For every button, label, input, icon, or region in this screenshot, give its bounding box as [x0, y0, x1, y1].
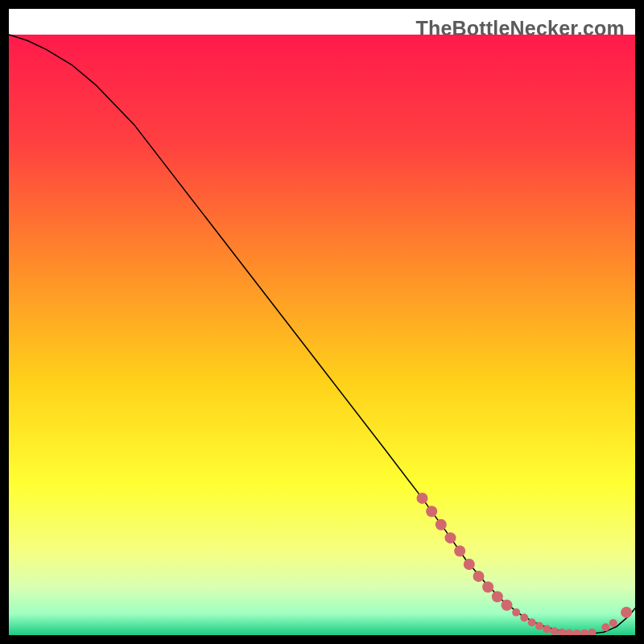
marker-point — [601, 623, 609, 631]
marker-point — [426, 506, 437, 517]
marker-point — [444, 532, 456, 543]
gradient-background — [9, 35, 635, 635]
marker-point — [520, 613, 528, 621]
marker-point — [482, 581, 493, 592]
marker-point — [464, 559, 475, 570]
marker-point — [609, 619, 617, 627]
marker-point — [512, 609, 520, 617]
bottleneck-chart — [9, 9, 635, 635]
marker-point — [454, 546, 465, 557]
marker-point — [621, 607, 632, 618]
marker-point — [551, 627, 559, 635]
marker-point — [502, 600, 513, 611]
chart-area: TheBottleNecker.com — [9, 9, 635, 635]
marker-point — [543, 625, 551, 634]
marker-point — [436, 519, 447, 530]
marker-point — [416, 493, 427, 504]
marker-point — [535, 622, 543, 630]
marker-point — [528, 618, 536, 626]
marker-point — [492, 591, 503, 602]
marker-point — [473, 571, 485, 582]
